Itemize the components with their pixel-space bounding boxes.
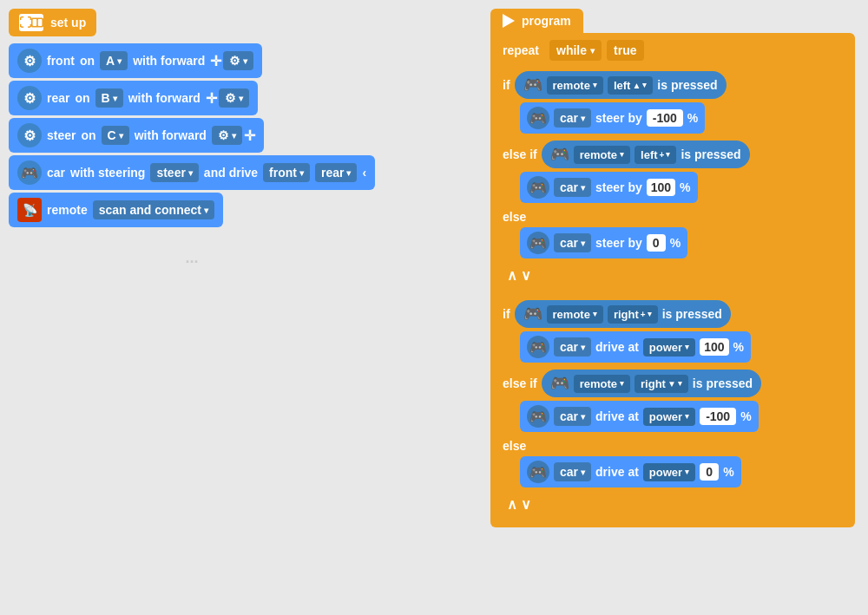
while-dropdown[interactable]: while bbox=[549, 40, 602, 61]
rear-block[interactable]: ⚙ rear on B with forward ✛ ⚙ bbox=[9, 81, 258, 115]
if2-condition: 🎮 remote right +▾ is pressed bbox=[515, 300, 731, 328]
rear-port-dropdown[interactable]: B bbox=[95, 88, 123, 108]
if2-action[interactable]: 🎮 car drive at power 100 % bbox=[520, 331, 751, 363]
repeat-label: repeat bbox=[497, 40, 544, 61]
remote1-dropdown[interactable]: remote bbox=[547, 76, 603, 95]
car-label: car bbox=[47, 166, 65, 180]
steering-wheel-icon: 🎮 bbox=[17, 160, 42, 185]
front-on: on bbox=[80, 54, 95, 68]
else1-action[interactable]: 🎮 car steer by 0 % bbox=[520, 227, 687, 258]
else2-action[interactable]: 🎮 car drive at power 0 % bbox=[520, 456, 741, 487]
steer-icon5: 🎮 bbox=[527, 405, 549, 428]
steer-type-dropdown[interactable]: ⚙ bbox=[212, 126, 242, 145]
elseif1-label: else if bbox=[503, 147, 537, 161]
elseif1-action[interactable]: 🎮 car steer by 100 % bbox=[520, 172, 698, 203]
steer-forward: with forward bbox=[135, 128, 207, 142]
setup-panel: set up ⚙ front on A with forward ✛ ⚙ ⚙ r… bbox=[9, 9, 375, 272]
remote-block[interactable]: 📡 remote scan and connect bbox=[9, 193, 223, 227]
repeat-row: repeat while true bbox=[497, 40, 848, 61]
steer-block[interactable]: ⚙ steer on C with forward ⚙ ✛ bbox=[9, 118, 264, 153]
value1-box[interactable]: -100 bbox=[647, 109, 683, 127]
value4-box[interactable]: 100 bbox=[700, 338, 728, 356]
power3-dropdown[interactable]: power bbox=[643, 463, 695, 481]
percent3: % bbox=[670, 236, 681, 250]
rear-ref-dropdown[interactable]: rear bbox=[315, 163, 357, 182]
else1-row: else bbox=[503, 210, 843, 224]
updown2[interactable]: ∧ ∨ bbox=[503, 494, 843, 515]
elseif1-row: else if 🎮 remote left +▾ is pressed bbox=[503, 141, 843, 168]
elseif2-condition: 🎮 remote right ▼▾ is pressed bbox=[542, 370, 761, 397]
rear-label: rear bbox=[47, 91, 69, 105]
dots: ··· bbox=[9, 253, 375, 272]
car-steering-row: 🎮 car with steering steer and drive fron… bbox=[9, 155, 375, 190]
car3-dropdown[interactable]: car bbox=[554, 233, 591, 252]
steer-icon1: 🎮 bbox=[527, 107, 549, 129]
car2-dropdown[interactable]: car bbox=[554, 178, 591, 197]
rear-on: on bbox=[75, 91, 89, 105]
else1-label: else bbox=[503, 210, 526, 224]
is-pressed3: is pressed bbox=[662, 307, 722, 321]
rear-gear-icon: ⚙ bbox=[17, 86, 42, 110]
front-type-dropdown[interactable]: ⚙ bbox=[223, 51, 253, 70]
car1-dropdown[interactable]: car bbox=[554, 108, 591, 128]
elseif1-condition: 🎮 remote left +▾ is pressed bbox=[542, 141, 750, 168]
if2-row: if 🎮 remote right +▾ is pressed bbox=[503, 300, 843, 328]
front-port-dropdown[interactable]: A bbox=[100, 51, 128, 70]
true-box[interactable]: true bbox=[607, 40, 643, 61]
elseif2-label: else if bbox=[503, 376, 537, 390]
and-drive-label: and drive bbox=[204, 166, 258, 180]
percent5: % bbox=[740, 409, 751, 423]
updown1[interactable]: ∧ ∨ bbox=[503, 265, 843, 286]
dir3-dropdown[interactable]: right +▾ bbox=[608, 305, 658, 324]
remote-icon: 📡 bbox=[17, 198, 42, 222]
power1-dropdown[interactable]: power bbox=[643, 338, 695, 357]
drive-at1: drive at bbox=[595, 340, 639, 354]
value2-box[interactable]: 100 bbox=[647, 179, 675, 196]
value3-box[interactable]: 0 bbox=[647, 234, 666, 252]
car6-dropdown[interactable]: car bbox=[554, 462, 591, 481]
scan-connect-dropdown[interactable]: scan and connect bbox=[93, 200, 214, 219]
elseif2-action[interactable]: 🎮 car drive at power -100 % bbox=[520, 401, 759, 432]
car4-dropdown[interactable]: car bbox=[554, 337, 591, 357]
value5-box[interactable]: -100 bbox=[700, 408, 736, 425]
program-panel: program repeat while true if 🎮 remote bbox=[490, 9, 855, 527]
remote2-dropdown[interactable]: remote bbox=[574, 146, 630, 164]
car-steering-block[interactable]: 🎮 car with steering steer and drive fron… bbox=[9, 155, 375, 190]
rear-forward: with forward bbox=[128, 91, 201, 105]
steer-gear-icon: ⚙ bbox=[17, 123, 42, 147]
more-dots: ··· bbox=[186, 253, 199, 271]
remote4-dropdown[interactable]: remote bbox=[574, 375, 630, 393]
remote3-dropdown[interactable]: remote bbox=[547, 305, 603, 324]
else2-label: else bbox=[503, 439, 526, 453]
svg-rect-2 bbox=[38, 19, 43, 26]
controller-icon1: 🎮 bbox=[523, 75, 542, 95]
power2-dropdown[interactable]: power bbox=[643, 408, 695, 426]
play-icon bbox=[503, 14, 515, 28]
rear-type-dropdown[interactable]: ⚙ bbox=[219, 88, 249, 108]
steer-by2: steer by bbox=[595, 180, 642, 194]
if1-action[interactable]: 🎮 car steer by -100 % bbox=[520, 102, 705, 134]
controller-icon3: 🎮 bbox=[523, 304, 542, 324]
dir1-dropdown[interactable]: left ▲▾ bbox=[608, 76, 653, 95]
dir4-dropdown[interactable]: right ▼▾ bbox=[635, 375, 688, 393]
front-block[interactable]: ⚙ front on A with forward ✛ ⚙ bbox=[9, 43, 262, 78]
car5-dropdown[interactable]: car bbox=[554, 407, 591, 426]
steer-on: on bbox=[81, 128, 95, 142]
if1-condition: 🎮 remote left ▲▾ is pressed bbox=[515, 71, 727, 99]
program-body: repeat while true if 🎮 remote left ▲▾ bbox=[490, 33, 855, 527]
setup-header[interactable]: set up bbox=[9, 9, 96, 36]
program-header[interactable]: program bbox=[490, 9, 583, 33]
else2-row: else bbox=[503, 439, 843, 453]
controller-icon4: 🎮 bbox=[550, 374, 569, 393]
front-ref-dropdown[interactable]: front bbox=[263, 163, 310, 182]
value6-box[interactable]: 0 bbox=[700, 463, 719, 481]
is-pressed1: is pressed bbox=[657, 78, 717, 92]
steer-ref-dropdown[interactable]: steer bbox=[150, 163, 198, 182]
chevron-icon[interactable]: ‹ bbox=[362, 166, 366, 180]
steer-icon2: 🎮 bbox=[527, 176, 549, 199]
steer-row: ⚙ steer on C with forward ⚙ ✛ bbox=[9, 118, 375, 153]
steer-port-dropdown[interactable]: C bbox=[102, 126, 129, 145]
program-label: program bbox=[522, 14, 571, 28]
elseif2-row: else if 🎮 remote right ▼▾ is pressed bbox=[503, 370, 843, 397]
dir2-dropdown[interactable]: left +▾ bbox=[635, 146, 676, 164]
